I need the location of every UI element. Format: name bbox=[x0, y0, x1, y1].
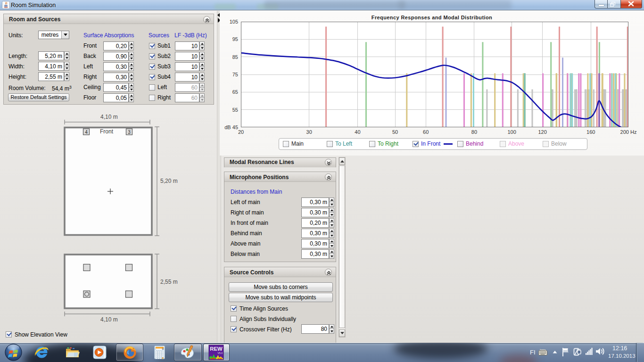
svg-text:55: 55 bbox=[232, 107, 238, 113]
svg-text:100: 100 bbox=[507, 129, 516, 135]
svg-text:20: 20 bbox=[238, 129, 244, 135]
svg-text:105: 105 bbox=[230, 19, 238, 25]
svg-text:0: 0 bbox=[162, 347, 164, 351]
svg-text:160: 160 bbox=[586, 129, 595, 135]
svg-text:50: 50 bbox=[392, 129, 398, 135]
svg-text:Frequency Responses and Modal: Frequency Responses and Modal Distributi… bbox=[372, 15, 492, 20]
svg-text:120: 120 bbox=[538, 129, 546, 135]
svg-text:80: 80 bbox=[471, 129, 477, 135]
svg-text:65: 65 bbox=[232, 89, 238, 95]
svg-text:75: 75 bbox=[232, 72, 238, 77]
svg-text:60: 60 bbox=[423, 129, 429, 135]
svg-text:85: 85 bbox=[232, 54, 238, 60]
svg-text:200 Hz: 200 Hz bbox=[620, 129, 637, 135]
svg-text:95: 95 bbox=[232, 36, 238, 42]
svg-text:4: 4 bbox=[85, 130, 88, 135]
svg-text:dB 45: dB 45 bbox=[224, 124, 238, 130]
svg-text:V5.0: V5.0 bbox=[217, 352, 223, 354]
svg-text:30: 30 bbox=[306, 129, 312, 135]
svg-text:40: 40 bbox=[355, 129, 360, 135]
svg-text:3: 3 bbox=[128, 130, 131, 135]
